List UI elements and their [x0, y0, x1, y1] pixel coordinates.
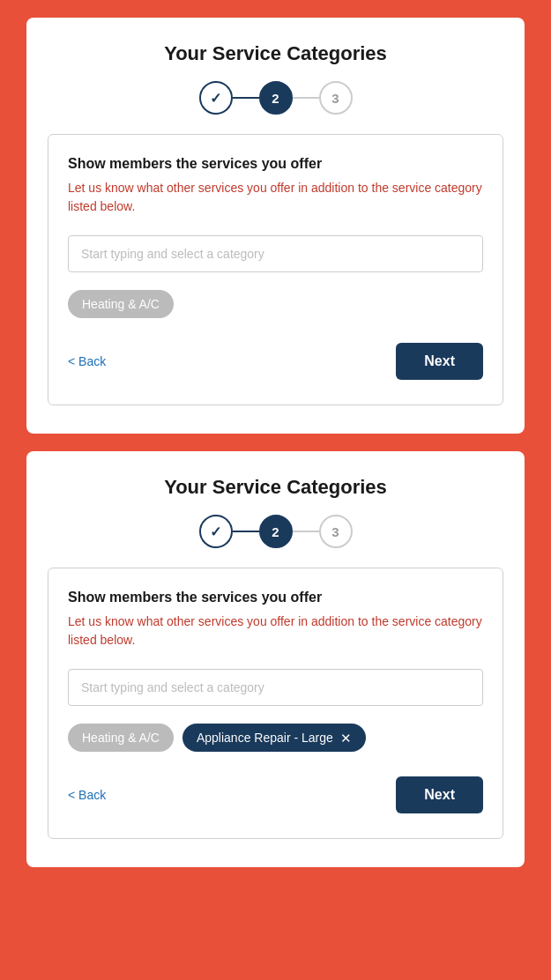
card2-step-line-2 — [293, 531, 319, 532]
card-2-search-input[interactable] — [68, 669, 483, 706]
tag-hvac-2: Heating & A/C — [68, 724, 174, 752]
tag-appliance-2-label: Appliance Repair - Large — [197, 731, 333, 745]
step-1-check: ✓ — [210, 90, 221, 107]
card-1-search-input[interactable] — [68, 235, 483, 272]
tag-hvac-1: Heating & A/C — [68, 290, 174, 318]
card-2-footer: < Back Next — [68, 776, 483, 813]
step-2-label: 2 — [272, 91, 279, 106]
card-2-subtitle: Let us know what other services you offe… — [68, 612, 483, 650]
step-2-circle: 2 — [259, 81, 293, 115]
step-3-circle: 3 — [319, 81, 353, 115]
card-1-subtitle: Let us know what other services you offe… — [68, 179, 483, 216]
steps-1: ✓ 2 3 — [48, 81, 503, 115]
step-line-1 — [233, 97, 259, 99]
steps-2: ✓ 2 3 — [48, 515, 503, 548]
card2-step-2-circle: 2 — [259, 515, 293, 548]
tag-appliance-2-remove[interactable]: ✕ — [340, 731, 352, 745]
card2-step-3-label: 3 — [331, 524, 339, 539]
card-2-inner: Show members the services you offer Let … — [48, 568, 503, 839]
step-3-label: 3 — [331, 91, 339, 106]
card-1-inner: Show members the services you offer Let … — [48, 134, 503, 405]
step-line-2 — [293, 97, 319, 99]
card-2-tags: Heating & A/C Appliance Repair - Large ✕ — [68, 724, 483, 752]
card-2-back-link[interactable]: < Back — [68, 788, 106, 802]
card2-step-line-1 — [233, 531, 259, 532]
card2-step-1-circle: ✓ — [199, 515, 233, 548]
tag-hvac-2-label: Heating & A/C — [82, 731, 160, 745]
card2-step-2-label: 2 — [272, 524, 279, 539]
card-2-next-button[interactable]: Next — [396, 776, 483, 813]
card-2-section-title: Show members the services you offer — [68, 590, 483, 605]
tag-appliance-2: Appliance Repair - Large ✕ — [182, 724, 366, 752]
card-1: Your Service Categories ✓ 2 3 Show membe… — [26, 18, 525, 434]
card-1-tags: Heating & A/C — [68, 290, 483, 318]
card2-step-1-check: ✓ — [210, 523, 221, 540]
step-1-circle: ✓ — [199, 81, 233, 115]
card-1-footer: < Back Next — [68, 343, 483, 380]
card-2-title: Your Service Categories — [48, 476, 503, 499]
card-1-back-link[interactable]: < Back — [68, 354, 106, 368]
card2-step-3-circle: 3 — [319, 515, 353, 548]
card-1-next-button[interactable]: Next — [396, 343, 483, 380]
card-2: Your Service Categories ✓ 2 3 Show membe… — [26, 451, 525, 867]
card-1-title: Your Service Categories — [48, 42, 503, 65]
tag-hvac-1-label: Heating & A/C — [82, 297, 160, 311]
card-1-section-title: Show members the services you offer — [68, 156, 483, 172]
